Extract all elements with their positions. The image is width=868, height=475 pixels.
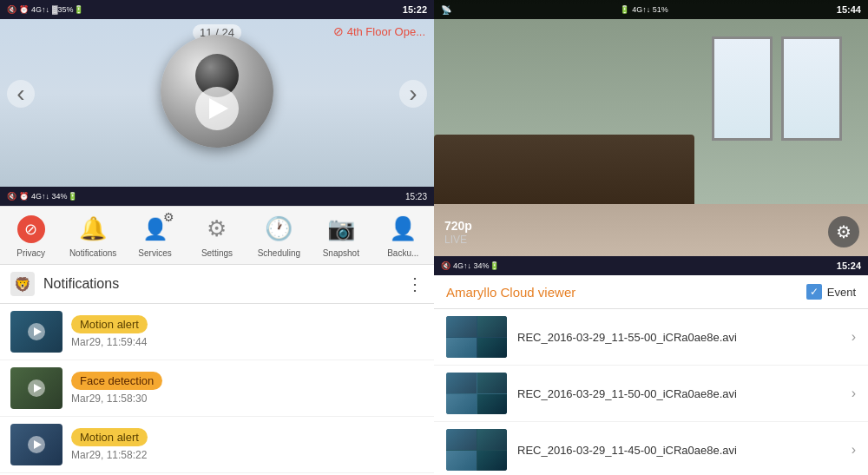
notif-thumb-1 bbox=[10, 311, 62, 353]
privacy-label: Privacy bbox=[16, 248, 45, 258]
services-label: Services bbox=[138, 248, 171, 258]
live-view: 📡 🔋 4G↑↓ 51% 15:44 720p LIVE ⚙ bbox=[434, 0, 868, 256]
video-quality: 720p bbox=[444, 219, 472, 234]
backup-label: Backu... bbox=[387, 248, 418, 258]
left-panel: 🔇 ⏰ 4G↑↓ ▓35%🔋 15:22 11 / 24 ⊘ 4th Floor… bbox=[0, 0, 434, 475]
signal-icon-right: 4G↑↓ 34%🔋 bbox=[453, 261, 499, 270]
cloud-header: Amaryllo Cloud viewer ✓ Event bbox=[434, 275, 868, 309]
rec-thumb-cell bbox=[477, 451, 508, 472]
notif-info-1: Motion alert Mar29, 11:59:44 bbox=[71, 315, 424, 348]
room-furniture bbox=[434, 135, 694, 204]
privacy-button[interactable]: ⊘ Privacy bbox=[5, 214, 57, 258]
notification-item-2[interactable]: Face detection Mar29, 11:58:30 bbox=[0, 360, 434, 417]
rec-arrow-3: › bbox=[852, 442, 856, 458]
rec-name-1: REC_2016-03-29_11-55-00_iCRa0ae8e.avi bbox=[517, 331, 841, 344]
room-floor bbox=[434, 204, 868, 256]
person-icon: 👤 bbox=[387, 214, 418, 245]
thumb-play-icon-2 bbox=[34, 384, 42, 393]
services-icon: 👤 ⚙ bbox=[140, 214, 171, 245]
rec-arrow-1: › bbox=[852, 329, 856, 345]
status-icons-right: 🔋 4G↑↓ 51% bbox=[620, 5, 668, 14]
battery-icon-right: 🔋 bbox=[620, 5, 629, 14]
ball-outer bbox=[161, 35, 273, 148]
rec-thumb-cell bbox=[446, 394, 477, 415]
settings-button[interactable]: ⚙ Settings bbox=[191, 214, 243, 258]
snapshot-button[interactable]: 📷 Snapshot bbox=[315, 214, 367, 258]
event-label: Event bbox=[827, 286, 856, 299]
scheduling-button[interactable]: 🕐 Scheduling bbox=[253, 214, 305, 258]
signal-bar-icon: 4G↑↓ 51% bbox=[632, 5, 668, 14]
rec-thumb-cell bbox=[477, 394, 508, 415]
live-status: LIVE bbox=[444, 234, 472, 246]
battery-icon: ▓35%🔋 bbox=[52, 5, 83, 14]
rec-thumb-cell bbox=[446, 373, 477, 393]
notification-item-3[interactable]: Motion alert Mar29, 11:58:22 bbox=[0, 417, 434, 473]
toolbar: ⊘ Privacy 🔔 Notifications 👤 ⚙ Services ⚙… bbox=[0, 206, 434, 265]
rec-name-2: REC_2016-03-29_11-50-00_iCRa0ae8e.avi bbox=[517, 387, 841, 400]
rec-thumb-cell bbox=[477, 316, 508, 337]
mute-icon2: 🔇 bbox=[7, 192, 16, 201]
backup-button[interactable]: 👤 Backu... bbox=[377, 214, 429, 258]
scheduling-label: Scheduling bbox=[258, 248, 300, 258]
notifications-menu-button[interactable]: ⋮ bbox=[406, 274, 424, 294]
status-icons-left2: 🔇 ⏰ 4G↑↓ 34%🔋 bbox=[7, 192, 77, 201]
right-panel: 📡 🔋 4G↑↓ 51% 15:44 720p LIVE ⚙ 🔇 4G↑↓ 34… bbox=[434, 0, 868, 475]
privacy-icon: ⊘ bbox=[16, 214, 47, 245]
notifications-title: Notifications bbox=[43, 276, 406, 292]
rec-thumb-cell bbox=[477, 373, 508, 393]
thumb-play-icon-3 bbox=[34, 440, 42, 449]
alarm-icon: ⏰ bbox=[19, 5, 29, 14]
bell-icon: 🔔 bbox=[77, 214, 108, 245]
nav-left-button[interactable]: ‹ bbox=[7, 80, 35, 108]
notif-thumb-2 bbox=[10, 367, 62, 409]
motion-alert-badge-1: Motion alert bbox=[71, 315, 148, 333]
stop-icon: ⊘ bbox=[333, 24, 344, 38]
room-scene bbox=[434, 19, 868, 256]
settings-label: Settings bbox=[201, 248, 233, 258]
face-detection-badge: Face detection bbox=[71, 372, 162, 390]
rec-thumb-2 bbox=[446, 373, 507, 414]
notification-item-1[interactable]: Motion alert Mar29, 11:59:44 bbox=[0, 304, 434, 360]
rec-thumb-grid-2 bbox=[446, 373, 507, 414]
thumb-play-2 bbox=[28, 379, 45, 397]
camera-icon: 📷 bbox=[326, 214, 357, 245]
thumb-play-icon-1 bbox=[34, 327, 42, 336]
rec-arrow-2: › bbox=[852, 386, 856, 401]
status-time-right2: 15:24 bbox=[837, 261, 861, 271]
camera-ball bbox=[161, 35, 273, 148]
notif-time-1: Mar29, 11:59:44 bbox=[71, 336, 424, 348]
status-icons-left: 🔇 ⏰ 4G↑↓ ▓35%🔋 bbox=[7, 5, 83, 14]
rec-thumb-3 bbox=[446, 429, 507, 471]
notifications-button[interactable]: 🔔 Notifications bbox=[67, 214, 119, 258]
rec-thumb-cell bbox=[477, 429, 508, 450]
notifications-header: 🦁 Notifications ⋮ bbox=[0, 265, 434, 304]
rec-thumb-grid-1 bbox=[446, 316, 507, 358]
recording-item-1[interactable]: REC_2016-03-29_11-55-00_iCRa0ae8e.avi › bbox=[434, 309, 868, 366]
notif-time-3: Mar29, 11:58:22 bbox=[71, 449, 424, 461]
nav-right-button[interactable]: › bbox=[399, 80, 427, 108]
room-window2 bbox=[712, 36, 773, 141]
gear-icon: ⚙ bbox=[201, 214, 233, 245]
status-time-right: 15:44 bbox=[837, 4, 861, 15]
recording-item-2[interactable]: REC_2016-03-29_11-50-00_iCRa0ae8e.avi › bbox=[434, 366, 868, 422]
notifications-label: Notifications bbox=[69, 248, 116, 258]
thumb-play-1 bbox=[28, 323, 45, 340]
notif-info-3: Motion alert Mar29, 11:58:22 bbox=[71, 428, 424, 461]
camera-location: ⊘ 4th Floor Ope... bbox=[333, 24, 425, 38]
live-settings-button[interactable]: ⚙ bbox=[828, 216, 859, 247]
event-checkbox[interactable]: ✓ Event bbox=[806, 284, 856, 300]
recording-item-3[interactable]: REC_2016-03-29_11-45-00_iCRa0ae8e.avi › bbox=[434, 422, 868, 475]
stream-icon: 📡 bbox=[441, 5, 451, 15]
signal-icon2: 4G↑↓ 34%🔋 bbox=[31, 192, 77, 201]
services-button[interactable]: 👤 ⚙ Services bbox=[129, 214, 181, 258]
status-bar-right: 📡 🔋 4G↑↓ 51% 15:44 bbox=[434, 0, 868, 19]
mute-icon: 🔇 bbox=[7, 5, 16, 14]
play-button[interactable] bbox=[195, 87, 239, 130]
live-label: 720p LIVE bbox=[444, 219, 472, 246]
room-window1 bbox=[781, 36, 842, 141]
status-bar2-left: 🔇 ⏰ 4G↑↓ 34%🔋 15:23 bbox=[0, 187, 434, 206]
status-bar-left: 🔇 ⏰ 4G↑↓ ▓35%🔋 15:22 bbox=[0, 0, 434, 19]
status-bar2-right: 🔇 4G↑↓ 34%🔋 15:24 bbox=[434, 256, 868, 275]
status-icons-right2: 🔇 4G↑↓ 34%🔋 bbox=[441, 261, 499, 270]
rec-thumb-cell bbox=[446, 451, 477, 472]
